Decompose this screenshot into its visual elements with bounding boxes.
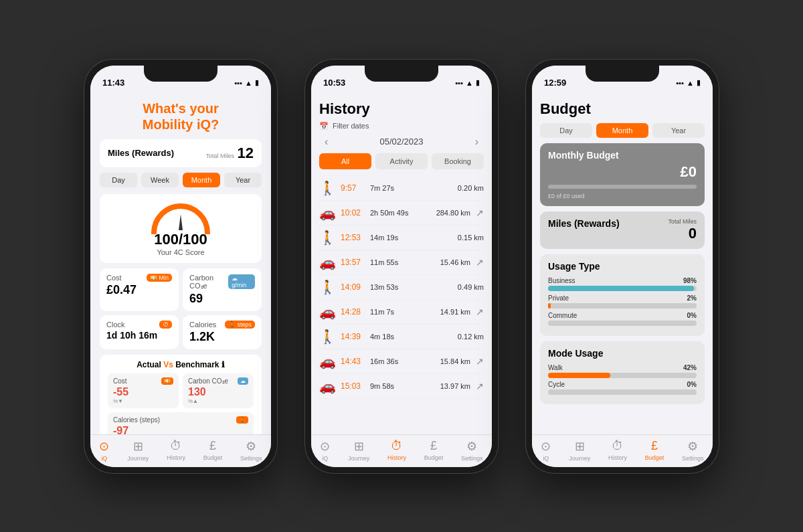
filter-label: Filter dates <box>333 122 369 130</box>
budget-title: Budget <box>540 100 705 118</box>
history-row: 🚗 14:28 11m 7s 14.91 km ↗ <box>319 300 484 325</box>
benchmark-carbon-card: Carbon CO₂e ☁ 130 %▲ <box>183 373 254 408</box>
walk-icon: 🚶 <box>319 279 335 295</box>
share-button[interactable]: ↗ <box>476 356 484 367</box>
filter-row[interactable]: 📅 Filter dates <box>319 122 484 130</box>
nav-settings-1[interactable]: ⚙ Settings <box>240 439 262 462</box>
history-tab-booking[interactable]: Booking <box>432 153 484 169</box>
benchmark-section: Actual Vs Benchmark ℹ Cost 💴 -55 %▼ <box>100 355 262 434</box>
date-nav: ‹ 05/02/2023 › <box>319 136 484 148</box>
metric-clock-value: 1d 10h 16m <box>106 330 172 341</box>
nav-history-1[interactable]: ⏱ History <box>167 439 185 461</box>
nav-settings-2[interactable]: ⚙ Settings <box>461 439 483 462</box>
walk-icon: 🚶 <box>319 329 335 345</box>
budget-miles-label: Miles (Rewards) <box>548 218 620 229</box>
nav-journey-3[interactable]: ⊞ Journey <box>569 439 590 462</box>
nav-journey-1[interactable]: ⊞ Journey <box>127 439 149 462</box>
history-icon: ⏱ <box>391 439 403 453</box>
nav-iq-2[interactable]: ⊙ iQ <box>320 439 330 462</box>
share-button[interactable]: ↗ <box>476 257 484 268</box>
budget-miles-right: Total Miles 0 <box>668 218 697 242</box>
monthly-budget-label: Monthly Budget <box>548 150 697 161</box>
history-tab-all[interactable]: All <box>319 153 371 169</box>
status-bar-1: 11:43 ▪▪▪▲▮ <box>90 66 271 95</box>
score-gauge-section: 100/100 Your 4C Score <box>100 194 262 263</box>
period-tab-month[interactable]: Month <box>183 173 220 187</box>
history-row: 🚶 12:53 14m 19s 0.15 km <box>319 226 484 250</box>
budget-tab-year[interactable]: Year <box>652 123 705 138</box>
status-bar-3: 12:59 ▪▪▪▲▮ <box>532 66 713 95</box>
iq-accent: iQ? <box>197 117 219 132</box>
benchmark-title: Actual Vs Benchmark ℹ <box>108 360 254 369</box>
usage-bar-private: Private 2% <box>548 294 697 308</box>
phone-1: 11:43 ▪▪▪▲▮ What's your Mobility iQ? Mil… <box>84 59 278 474</box>
nav-journey-2[interactable]: ⊞ Journey <box>348 439 369 462</box>
period-tabs: Day Week Month Year <box>100 173 262 187</box>
iq-screen: What's your Mobility iQ? Miles (Rewards)… <box>90 95 271 434</box>
budget-total-miles-value: 0 <box>689 225 697 242</box>
journey-icon: ⊞ <box>575 439 585 454</box>
notch-1 <box>144 66 217 82</box>
time-3: 12:59 <box>544 78 566 88</box>
iq-icon: ⊙ <box>320 439 330 454</box>
score-display: 100/100 <box>154 231 207 248</box>
benchmark-cost-card: Cost 💴 -55 %▼ <box>108 373 179 408</box>
usage-bar-commute: Commute 0% <box>548 312 697 326</box>
nav-iq-3[interactable]: ⊙ iQ <box>541 439 551 462</box>
period-tab-year[interactable]: Year <box>224 173 262 187</box>
car-icon: 🚗 <box>319 254 335 270</box>
history-row: 🚶 14:09 13m 53s 0.49 km <box>319 275 484 300</box>
history-row: 🚗 13:57 11m 55s 15.46 km ↗ <box>319 250 484 275</box>
history-row: 🚗 10:02 2h 50m 49s 284.80 km ↗ <box>319 201 484 226</box>
car-icon: 🚗 <box>319 304 335 320</box>
mode-bar-walk: Walk 42% <box>548 364 697 378</box>
nav-iq-1[interactable]: ⊙ iQ <box>99 439 109 462</box>
bottom-nav-3: ⊙ iQ ⊞ Journey ⏱ History £ Budget ⚙ Sett… <box>532 434 713 467</box>
miles-rewards-box: Miles (Rewards) Total Miles 12 <box>100 139 262 167</box>
metric-carbon: Carbon CO₂e ☁ g/min 69 <box>183 268 262 311</box>
budget-tab-month[interactable]: Month <box>596 123 648 138</box>
history-screen: History 📅 Filter dates ‹ 05/02/2023 › Al… <box>311 95 492 434</box>
settings-icon: ⚙ <box>246 439 256 454</box>
metric-calories-label: Calories <box>189 321 216 329</box>
mode-usage-title: Mode Usage <box>548 348 697 359</box>
date-next-button[interactable]: › <box>470 136 484 148</box>
metric-calories: Calories 🚶 steps 1.2K <box>183 315 262 349</box>
nav-history-2[interactable]: ⏱ History <box>387 439 406 461</box>
nav-budget-3[interactable]: £ Budget <box>645 439 664 461</box>
car-icon: 🚗 <box>319 205 335 221</box>
history-tab-activity[interactable]: Activity <box>375 153 428 169</box>
filter-icon: 📅 <box>319 122 329 130</box>
nav-budget-2[interactable]: £ Budget <box>424 439 444 461</box>
budget-progress-bar-bg <box>548 185 697 189</box>
share-button[interactable]: ↗ <box>476 306 484 317</box>
monthly-budget-card: Monthly Budget £0 £0 of £0 used <box>540 143 705 206</box>
history-tabs: All Activity Booking <box>319 153 484 169</box>
budget-screen: Budget Day Month Year Monthly Budget £0 … <box>532 95 713 434</box>
metric-cost: Cost 💴 Min £0.47 <box>100 268 179 311</box>
mode-usage-section: Mode Usage Walk 42% Cycle 0% <box>540 341 705 404</box>
date-prev-button[interactable]: ‹ <box>319 136 333 148</box>
usage-type-section: Usage Type Business 98% Private <box>540 254 705 336</box>
budget-icon: £ <box>209 439 216 453</box>
history-title: History <box>319 100 484 118</box>
nav-budget-1[interactable]: £ Budget <box>203 439 223 461</box>
nav-history-3[interactable]: ⏱ History <box>608 439 627 461</box>
nav-settings-3[interactable]: ⚙ Settings <box>682 439 704 462</box>
journey-icon: ⊞ <box>133 439 143 454</box>
benchmark-carbon-value: 130 <box>188 386 248 398</box>
budget-tab-day[interactable]: Day <box>540 123 592 138</box>
budget-icon: £ <box>430 439 437 453</box>
settings-icon: ⚙ <box>466 439 477 454</box>
gauge-container: 100/100 Your 4C Score <box>147 201 214 256</box>
metrics-grid: Cost 💴 Min £0.47 Carbon CO₂e ☁ g/min 69 <box>100 268 262 349</box>
share-button[interactable]: ↗ <box>476 381 484 391</box>
budget-used-label: £0 of £0 used <box>548 193 697 199</box>
history-row: 🚶 14:39 4m 18s 0.12 km <box>319 325 484 349</box>
bottom-nav-1: ⊙ iQ ⊞ Journey ⏱ History £ Budget ⚙ Sett… <box>90 434 271 467</box>
usage-bar-business: Business 98% <box>548 277 697 291</box>
period-tab-day[interactable]: Day <box>100 173 137 187</box>
period-tab-week[interactable]: Week <box>141 173 179 187</box>
share-button[interactable]: ↗ <box>476 207 484 218</box>
phone-3: 12:59 ▪▪▪▲▮ Budget Day Month Year Monthl… <box>525 59 719 474</box>
